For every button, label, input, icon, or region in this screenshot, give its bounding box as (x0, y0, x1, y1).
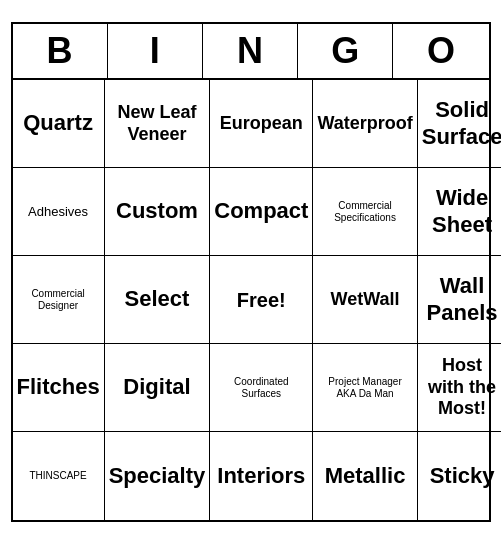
bingo-grid: QuartzNew Leaf VeneerEuropeanWaterproofS… (13, 80, 489, 520)
bingo-cell-23: Metallic (313, 432, 417, 520)
bingo-cell-16: Digital (105, 344, 211, 432)
bingo-cell-11: Select (105, 256, 211, 344)
bingo-cell-2: European (210, 80, 313, 168)
bingo-cell-4: Solid Surface (418, 80, 501, 168)
bingo-letter-N: N (203, 24, 298, 78)
bingo-letter-B: B (13, 24, 108, 78)
bingo-cell-9: Wide Sheet (418, 168, 501, 256)
bingo-cell-12: Free! (210, 256, 313, 344)
bingo-letter-O: O (393, 24, 488, 78)
bingo-cell-17: Coordinated Surfaces (210, 344, 313, 432)
bingo-cell-19: Host with the Most! (418, 344, 501, 432)
bingo-card: BINGO QuartzNew Leaf VeneerEuropeanWater… (11, 22, 491, 522)
bingo-cell-15: Flitches (13, 344, 105, 432)
bingo-cell-6: Custom (105, 168, 211, 256)
bingo-cell-10: Commercial Designer (13, 256, 105, 344)
bingo-cell-13: WetWall (313, 256, 417, 344)
bingo-letter-I: I (108, 24, 203, 78)
bingo-cell-21: Specialty (105, 432, 211, 520)
bingo-cell-3: Waterproof (313, 80, 417, 168)
bingo-cell-20: THINSCAPE (13, 432, 105, 520)
bingo-header: BINGO (13, 24, 489, 80)
bingo-cell-0: Quartz (13, 80, 105, 168)
bingo-cell-5: Adhesives (13, 168, 105, 256)
bingo-cell-8: Commercial Specifications (313, 168, 417, 256)
bingo-cell-7: Compact (210, 168, 313, 256)
bingo-cell-18: Project Manager AKA Da Man (313, 344, 417, 432)
bingo-cell-1: New Leaf Veneer (105, 80, 211, 168)
bingo-letter-G: G (298, 24, 393, 78)
bingo-cell-24: Sticky (418, 432, 501, 520)
bingo-cell-14: Wall Panels (418, 256, 501, 344)
bingo-cell-22: Interiors (210, 432, 313, 520)
